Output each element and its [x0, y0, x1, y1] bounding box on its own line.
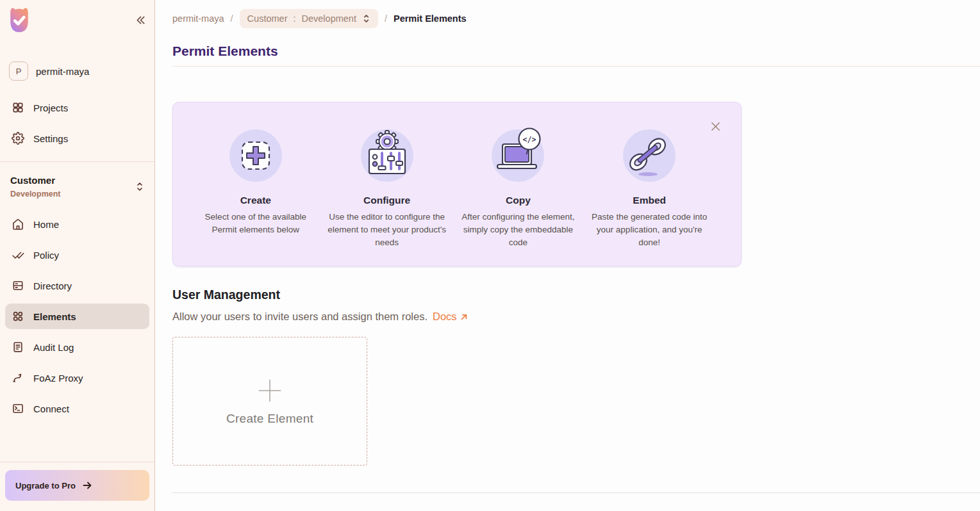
- org-switcher[interactable]: P permit-maya: [0, 61, 154, 81]
- page-title: Permit Elements: [172, 42, 980, 60]
- banner-step-create: Create Select one of the available Permi…: [194, 124, 317, 236]
- banner-close-button[interactable]: [710, 120, 722, 133]
- terminal-icon: [12, 402, 24, 415]
- step-title: Configure: [363, 195, 410, 206]
- breadcrumb-separator: /: [231, 13, 233, 24]
- step-description: Select one of the available Permit eleme…: [194, 211, 317, 236]
- sidebar-item-label: Directory: [33, 280, 72, 291]
- breadcrumb-colon: :: [293, 13, 295, 24]
- sidebar-item-connect[interactable]: Connect: [5, 396, 149, 421]
- bottom-divider: [172, 492, 980, 493]
- project-name: Customer: [10, 175, 61, 186]
- create-element-label: Create Element: [226, 412, 313, 426]
- configure-illustration-icon: [356, 124, 418, 186]
- org-name: permit-maya: [36, 66, 89, 77]
- environment-switcher[interactable]: Customer Development: [0, 168, 154, 204]
- sidebar-divider: [0, 161, 154, 162]
- grid-icon: [12, 101, 24, 114]
- chevrons-left-icon: [135, 14, 147, 26]
- directory-icon: [12, 279, 24, 292]
- sidebar-item-label: Policy: [33, 250, 59, 261]
- home-icon: [12, 218, 24, 231]
- sidebar-item-label: Connect: [33, 403, 69, 414]
- gear-icon: [12, 132, 24, 145]
- audit-log-icon: [12, 341, 24, 353]
- create-illustration-icon: [225, 124, 287, 186]
- arrow-right-icon: [82, 480, 92, 491]
- copy-illustration-icon: </>: [487, 124, 549, 186]
- external-link-arrow-icon: [460, 313, 468, 321]
- title-divider: [172, 66, 980, 67]
- svg-text:</>: </>: [523, 135, 536, 144]
- section-title: User Management: [172, 288, 980, 302]
- banner-step-configure: Configure Use the editor to configure th…: [326, 124, 449, 249]
- breadcrumb-org[interactable]: permit-maya: [172, 13, 224, 24]
- embed-illustration-icon: [619, 124, 680, 186]
- chevron-up-down-icon: [362, 13, 370, 24]
- breadcrumb-environment: Development: [302, 13, 356, 24]
- proxy-route-icon: [12, 371, 24, 384]
- upgrade-button-label: Upgrade to Pro: [15, 481, 76, 491]
- close-icon: [710, 120, 722, 133]
- docs-link[interactable]: Docs: [433, 311, 468, 323]
- sidebar-item-label: Audit Log: [33, 342, 74, 353]
- breadcrumb-separator: /: [385, 13, 387, 24]
- step-description: Use the editor to configure the element …: [326, 211, 449, 249]
- sidebar: P permit-maya Projects Settings: [0, 0, 155, 511]
- main-content: permit-maya / Customer : Development / P…: [155, 0, 980, 511]
- plus-icon: [256, 377, 283, 404]
- sidebar-item-directory[interactable]: Directory: [5, 273, 149, 298]
- chevron-up-down-icon: [135, 181, 144, 192]
- sidebar-item-label: Projects: [33, 102, 68, 113]
- step-description: Paste the generated code into your appli…: [588, 211, 711, 249]
- sidebar-item-policy[interactable]: Policy: [5, 242, 149, 268]
- sidebar-item-label: Settings: [33, 133, 68, 144]
- environment-name: Development: [10, 190, 61, 199]
- step-description: After configuring the element, simply co…: [456, 211, 579, 249]
- upgrade-to-pro-button[interactable]: Upgrade to Pro: [5, 470, 149, 501]
- sidebar-collapse-button[interactable]: [135, 14, 147, 26]
- sidebar-item-elements[interactable]: Elements: [5, 304, 149, 329]
- sidebar-item-projects[interactable]: Projects: [5, 95, 149, 120]
- section-description: Allow your users to invite users and ass…: [172, 311, 428, 323]
- permit-logo: [5, 5, 33, 35]
- breadcrumb: permit-maya / Customer : Development / P…: [172, 0, 980, 37]
- banner-step-copy: </> Copy After configuring the element, …: [456, 124, 579, 249]
- sidebar-item-label: FoAz Proxy: [33, 373, 83, 384]
- breadcrumb-project: Customer: [247, 13, 288, 24]
- docs-link-label: Docs: [433, 311, 457, 323]
- step-title: Embed: [633, 195, 666, 206]
- double-check-icon: [12, 248, 24, 261]
- banner-step-embed: Embed Paste the generated code into your…: [588, 124, 711, 249]
- sidebar-item-label: Elements: [33, 311, 76, 322]
- sidebar-item-label: Home: [33, 219, 59, 230]
- sidebar-item-home[interactable]: Home: [5, 211, 149, 237]
- breadcrumb-current: Permit Elements: [394, 13, 467, 24]
- elements-icon: [12, 310, 24, 323]
- sidebar-item-audit-log[interactable]: Audit Log: [5, 334, 149, 360]
- org-avatar: P: [9, 61, 28, 81]
- create-element-card[interactable]: Create Element: [172, 337, 367, 466]
- sidebar-item-settings[interactable]: Settings: [5, 126, 149, 151]
- onboarding-banner: Create Select one of the available Permi…: [172, 102, 742, 266]
- step-title: Create: [240, 195, 271, 206]
- sidebar-item-foaz-proxy[interactable]: FoAz Proxy: [5, 365, 149, 391]
- step-title: Copy: [506, 195, 531, 206]
- breadcrumb-project-env-pill[interactable]: Customer : Development: [240, 9, 378, 28]
